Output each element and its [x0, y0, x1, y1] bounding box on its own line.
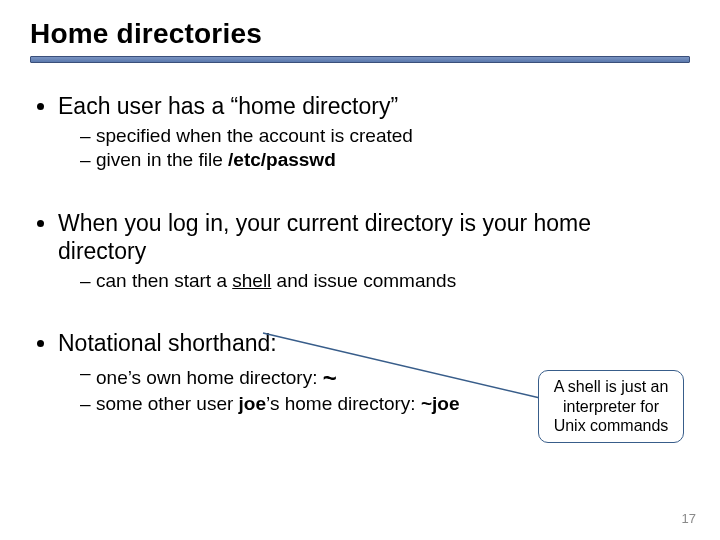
- shell-keyword: shell: [232, 270, 271, 291]
- bullet-1-text: Each user has a “home directory”: [58, 93, 398, 119]
- bullet-2-text: When you log in, your current directory …: [58, 210, 591, 264]
- bullet-2-sub-1-pre: can then start a: [96, 270, 232, 291]
- bullet-1-sub-2-pre: given in the file: [96, 149, 228, 170]
- tilde-joe: ~joe: [421, 393, 460, 414]
- bullet-2: When you log in, your current directory …: [58, 209, 684, 293]
- slide-title: Home directories: [30, 18, 690, 50]
- slide: Home directories Each user has a “home d…: [0, 0, 720, 540]
- slide-body: Each user has a “home directory” specifi…: [30, 92, 690, 416]
- bullet-2-sub-1: can then start a shell and issue command…: [80, 269, 684, 293]
- bullet-3-sub-1-pre: one’s own home directory:: [96, 367, 323, 388]
- bullet-2-sub-1-post: and issue commands: [271, 270, 456, 291]
- bullet-1: Each user has a “home directory” specifi…: [58, 92, 684, 173]
- bullet-3-text: Notational shorthand:: [58, 330, 277, 356]
- bullet-3-sub-2-mid: ’s home directory:: [266, 393, 421, 414]
- page-number: 17: [682, 511, 696, 526]
- tilde-symbol: ~: [323, 364, 337, 391]
- title-underline: [30, 56, 690, 64]
- shell-callout: A shell is just an interpreter for Unix …: [538, 370, 684, 443]
- bullet-1-sub-1: specified when the account is created: [80, 124, 684, 148]
- bullet-1-sub-2: given in the file /etc/passwd: [80, 148, 684, 172]
- user-joe: joe: [239, 393, 266, 414]
- bullet-3-sub-2-pre: some other user: [96, 393, 239, 414]
- etc-passwd-path: /etc/passwd: [228, 149, 336, 170]
